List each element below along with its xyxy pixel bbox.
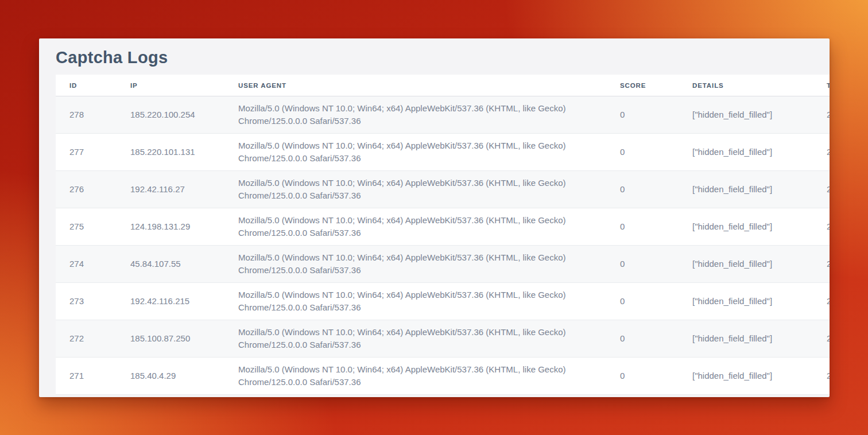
cell-user_agent: Mozilla/5.0 (Windows NT 10.0; Win64; x64… [224,134,606,171]
cell-details: ["hidden_field_filled"] [679,320,813,358]
captcha-logs-table: IDIPUSER AGENTSCOREDETAILSTIMESTAMP 2781… [56,75,830,395]
cell-user_agent: Mozilla/5.0 (Windows NT 10.0; Win64; x64… [224,96,606,134]
cell-timestamp: 2025-09-20 02:57:53 [813,171,830,208]
cell-id: 272 [56,320,117,358]
cell-ip: 124.198.131.29 [117,208,224,246]
cell-user_agent: Mozilla/5.0 (Windows NT 10.0; Win64; x64… [224,208,606,246]
cell-timestamp: 2025-09-20 02:27:45 [813,358,830,395]
table-row: 272185.100.87.250Mozilla/5.0 (Windows NT… [56,320,830,358]
table-row: 273192.42.116.215Mozilla/5.0 (Windows NT… [56,283,830,320]
cell-id: 278 [56,96,117,134]
table-row: 277185.220.101.131Mozilla/5.0 (Windows N… [56,134,830,171]
cell-ip: 45.84.107.55 [117,246,224,283]
table-body: 278185.220.100.254Mozilla/5.0 (Windows N… [56,96,830,395]
cell-timestamp: 2025-09-20 03:03:06 [813,96,830,134]
cell-id: 273 [56,283,117,320]
cell-user_agent: Mozilla/5.0 (Windows NT 10.0; Win64; x64… [224,171,606,208]
table-header-row: IDIPUSER AGENTSCOREDETAILSTIMESTAMP [56,75,830,96]
table-row: 271185.40.4.29Mozilla/5.0 (Windows NT 10… [56,358,830,395]
cell-ip: 185.220.101.131 [117,134,224,171]
column-header-score: SCORE [606,75,679,96]
table-header: IDIPUSER AGENTSCOREDETAILSTIMESTAMP [56,75,830,96]
cell-details: ["hidden_field_filled"] [679,171,813,208]
cell-score: 0 [606,283,679,320]
cell-timestamp: 2025-09-20 03:00:19 [813,134,830,171]
cell-details: ["hidden_field_filled"] [679,96,813,134]
page-background: Captcha Logs IDIPUSER AGENTSCOREDETAILST… [0,0,868,435]
cell-ip: 185.40.4.29 [117,358,224,395]
cell-user_agent: Mozilla/5.0 (Windows NT 10.0; Win64; x64… [224,320,606,358]
cell-user_agent: Mozilla/5.0 (Windows NT 10.0; Win64; x64… [224,283,606,320]
cell-id: 277 [56,134,117,171]
cell-timestamp: 2025-09-20 02:29:40 [813,320,830,358]
cell-timestamp: 2025-09-20 02:30:40 [813,283,830,320]
cell-ip: 185.100.87.250 [117,320,224,358]
cell-score: 0 [606,246,679,283]
table-row: 275124.198.131.29Mozilla/5.0 (Windows NT… [56,208,830,246]
cell-details: ["hidden_field_filled"] [679,208,813,246]
cell-score: 0 [606,320,679,358]
table-row: 27445.84.107.55Mozilla/5.0 (Windows NT 1… [56,246,830,283]
cell-timestamp: 2025-09-20 02:37:41 [813,208,830,246]
cell-details: ["hidden_field_filled"] [679,358,813,395]
cell-details: ["hidden_field_filled"] [679,134,813,171]
cell-id: 276 [56,171,117,208]
cell-score: 0 [606,134,679,171]
page-title: Captcha Logs [56,48,814,67]
cell-details: ["hidden_field_filled"] [679,246,813,283]
cell-id: 274 [56,246,117,283]
column-header-details: DETAILS [679,75,813,96]
cell-user_agent: Mozilla/5.0 (Windows NT 10.0; Win64; x64… [224,246,606,283]
cell-ip: 192.42.116.27 [117,171,224,208]
cell-details: ["hidden_field_filled"] [679,283,813,320]
cell-ip: 185.220.100.254 [117,96,224,134]
cell-ip: 192.42.116.215 [117,283,224,320]
cell-score: 0 [606,208,679,246]
cell-id: 275 [56,208,117,246]
column-header-timestamp: TIMESTAMP [813,75,830,96]
cell-score: 0 [606,358,679,395]
cell-user_agent: Mozilla/5.0 (Windows NT 10.0; Win64; x64… [224,358,606,395]
column-header-id: ID [56,75,117,96]
cell-score: 0 [606,96,679,134]
column-header-ip: IP [117,75,224,96]
table-row: 278185.220.100.254Mozilla/5.0 (Windows N… [56,96,830,134]
cell-id: 271 [56,358,117,395]
column-header-user_agent: USER AGENT [224,75,606,96]
cell-timestamp: 2025-09-20 02:33:41 [813,246,830,283]
captcha-logs-card: Captcha Logs IDIPUSER AGENTSCOREDETAILST… [39,38,830,397]
cell-score: 0 [606,171,679,208]
table-row: 276192.42.116.27Mozilla/5.0 (Windows NT … [56,171,830,208]
